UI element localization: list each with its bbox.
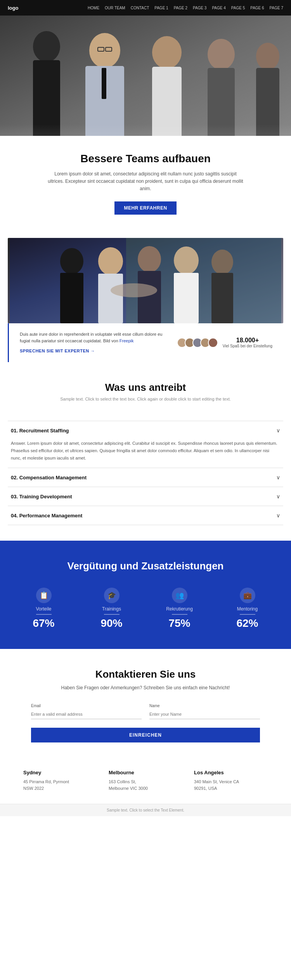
accordion-title-3: 03. Training Development: [11, 494, 72, 500]
accordion-item-1: 01. Recruitment Staffing ∨ Answer. Lorem…: [8, 421, 283, 468]
mentoring-value: 62%: [215, 617, 279, 630]
accordion-title-4: 04. Performance Management: [11, 513, 82, 519]
office-city-melbourne: Melbourne: [109, 770, 182, 775]
trainings-divider: [104, 614, 120, 615]
accordion-title-2: 02. Compensation Management: [11, 475, 87, 480]
chevron-icon-3: ∨: [276, 493, 280, 500]
offices-section: Sydney 45 Pirrama Rd, Pyrmont NSW 2022 M…: [0, 758, 291, 804]
avatar: [208, 338, 218, 348]
nav-home[interactable]: HOME: [88, 6, 99, 10]
svg-point-13: [256, 43, 279, 70]
name-group: Name: [149, 704, 260, 719]
trainings-label: Trainings: [80, 606, 144, 612]
office-sydney: Sydney 45 Pirrama Rd, Pyrmont NSW 2022: [23, 770, 97, 792]
svg-rect-20: [98, 274, 123, 323]
stats-bar: Duis aute irure dolor in reprehenderit i…: [8, 323, 283, 363]
was-subtitle: Sample text. Click to select the text bo…: [12, 397, 279, 401]
office-city-sydney: Sydney: [23, 770, 97, 775]
hero-image: [0, 16, 291, 147]
office-melbourne: Melbourne 163 Collins St, Melbourne VIC …: [109, 770, 182, 792]
stats-number: 18.000+ Viel Spaß bei der Einstellung: [223, 337, 272, 348]
nav-contact[interactable]: CONTACT: [131, 6, 149, 10]
mehr-erfahren-button[interactable]: MEHR ERFAHREN: [114, 201, 176, 215]
svg-rect-18: [60, 273, 83, 323]
hero-title: Bessere Teams aufbauen: [47, 153, 244, 165]
rekrutierung-icon: 👥: [172, 588, 187, 603]
office-address-sydney: 45 Pirrama Rd, Pyrmont NSW 2022: [23, 779, 97, 792]
trainings-icon: 🎓: [104, 588, 120, 603]
name-input[interactable]: [149, 709, 260, 719]
stat-rekrutierung: 👥 Rekrutierung 75%: [147, 588, 211, 630]
vorteile-label: Vorteile: [12, 606, 76, 612]
rekrutierung-divider: [172, 614, 187, 615]
was-title: Was uns antreibt: [12, 382, 279, 394]
contact-title: Kontaktieren Sie uns: [31, 668, 260, 680]
nav-page1[interactable]: PAGE 1: [154, 6, 168, 10]
submit-button[interactable]: EINREICHEN: [31, 728, 260, 742]
navbar: logo HOME OUR TEAM CONTACT PAGE 1 PAGE 2…: [0, 0, 291, 16]
nav-page3[interactable]: PAGE 3: [193, 6, 206, 10]
vorteile-divider: [36, 614, 52, 615]
svg-point-27: [111, 283, 157, 297]
svg-point-4: [89, 33, 120, 68]
chevron-icon-2: ∨: [276, 474, 280, 480]
accordion-title-1: 01. Recruitment Staffing: [11, 428, 69, 434]
accordion: 01. Recruitment Staffing ∨ Answer. Lorem…: [8, 421, 283, 525]
accordion-item-4: 04. Performance Management ∨: [8, 506, 283, 525]
footer-text: Sample text. Click to select the Text El…: [107, 808, 184, 812]
accordion-header-3[interactable]: 03. Training Development ∨: [8, 487, 283, 506]
nav-page7[interactable]: PAGE 7: [270, 6, 283, 10]
blue-section: Vergütung und Zusatzleistungen 📋 Vorteil…: [0, 541, 291, 649]
stats-grid: 📋 Vorteile 67% 🎓 Trainings 90% 👥 Rekruti…: [12, 588, 279, 630]
sprechen-link[interactable]: SPRECHEN SIE MIT EXPERTEN →: [20, 348, 165, 355]
big-number: 18.000+: [223, 337, 272, 344]
accordion-header-1[interactable]: 01. Recruitment Staffing ∨: [8, 421, 283, 440]
office-address-la: 340 Main St, Venice CA 90291, USA: [194, 779, 268, 792]
svg-point-23: [174, 246, 199, 274]
form-row: Email Name: [31, 704, 260, 719]
svg-point-9: [152, 36, 182, 69]
svg-point-17: [60, 248, 83, 274]
mid-image: [8, 238, 283, 323]
chevron-icon-4: ∨: [276, 512, 280, 519]
vorteile-icon: 📋: [36, 588, 52, 603]
svg-point-2: [33, 31, 60, 62]
avatar-group: [177, 338, 218, 348]
footer-note: Sample text. Click to select the Text El…: [0, 804, 291, 816]
office-city-la: Los Angeles: [194, 770, 268, 775]
nav-page2[interactable]: PAGE 2: [174, 6, 187, 10]
accordion-body-1: Answer. Lorem ipsum dolor sit amet, cons…: [8, 440, 283, 468]
accordion-item-2: 02. Compensation Management ∨: [8, 468, 283, 487]
nav-page4[interactable]: PAGE 4: [212, 6, 225, 10]
freepik-link[interactable]: Freepik: [120, 338, 134, 343]
was-section: Was uns antreibt Sample text. Click to s…: [0, 362, 291, 421]
stat-vorteile: 📋 Vorteile 67%: [12, 588, 76, 630]
email-label: Email: [31, 704, 142, 708]
contact-subtitle: Haben Sie Fragen oder Anmerkungen? Schre…: [31, 684, 260, 692]
rekrutierung-value: 75%: [147, 617, 211, 630]
stat-mentoring: 💼 Mentoring 62%: [215, 588, 279, 630]
svg-point-25: [211, 250, 233, 274]
nav-page6[interactable]: PAGE 6: [250, 6, 264, 10]
stats-text: Duis aute irure dolor in reprehenderit i…: [20, 331, 165, 355]
mentoring-icon: 💼: [240, 588, 255, 603]
hero-body: Lorem ipsum dolor sit amet, consectetur …: [47, 170, 244, 193]
accordion-header-2[interactable]: 02. Compensation Management ∨: [8, 468, 283, 487]
svg-point-19: [98, 247, 123, 275]
svg-rect-24: [174, 273, 199, 323]
logo: logo: [8, 5, 18, 11]
contact-section: Kontaktieren Sie uns Haben Sie Fragen od…: [0, 649, 291, 758]
vorteile-value: 67%: [12, 617, 76, 630]
svg-rect-8: [102, 68, 106, 99]
office-losangeles: Los Angeles 340 Main St, Venice CA 90291…: [194, 770, 268, 792]
nav-page5[interactable]: PAGE 5: [231, 6, 245, 10]
nav-our-team[interactable]: OUR TEAM: [105, 6, 125, 10]
svg-point-21: [138, 246, 161, 272]
stat-trainings: 🎓 Trainings 90%: [80, 588, 144, 630]
office-address-melbourne: 163 Collins St, Melbourne VIC 3000: [109, 779, 182, 792]
email-input[interactable]: [31, 709, 142, 719]
number-label: Viel Spaß bei der Einstellung: [223, 344, 272, 348]
hero-text-section: Bessere Teams aufbauen Lorem ipsum dolor…: [0, 136, 291, 226]
trainings-value: 90%: [80, 617, 144, 630]
accordion-header-4[interactable]: 04. Performance Management ∨: [8, 506, 283, 525]
